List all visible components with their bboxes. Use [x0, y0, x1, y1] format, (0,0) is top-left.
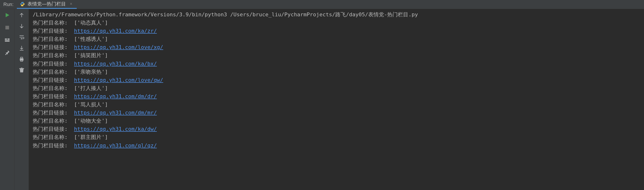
output-link[interactable]: https://qq.yh31.com/dm/dr/ — [74, 93, 157, 99]
output-link-line: 热门栏目链接: https://qq.yh31.com/ka/zr/ — [33, 27, 640, 35]
svg-rect-5 — [5, 40, 10, 41]
output-link-line: 热门栏目链接: https://qq.yh31.com/love/qw/ — [33, 76, 640, 84]
stop-icon[interactable] — [4, 24, 10, 31]
up-icon[interactable] — [18, 12, 25, 18]
svg-rect-2 — [5, 26, 9, 29]
console-output[interactable]: /Library/Frameworks/Python.framework/Ver… — [29, 9, 644, 190]
output-link[interactable]: https://qq.yh31.com/ka/dw/ — [74, 126, 157, 132]
svg-point-1 — [23, 5, 24, 6]
pin-icon[interactable] — [4, 49, 10, 56]
svg-rect-8 — [20, 60, 22, 61]
svg-rect-4 — [8, 39, 10, 40]
run-console-toolbar — [14, 9, 29, 190]
output-link-line: 热门栏目链接: https://qq.yh31.com/dm/dr/ — [33, 92, 640, 100]
output-name-line: 热门栏目名称: ['亲吻亲热'] — [33, 68, 640, 76]
output-name-line: 热门栏目名称: ['群主图片'] — [33, 133, 640, 141]
output-name-line: 热门栏目名称: ['骂人损人'] — [33, 100, 640, 109]
output-name-line: 热门栏目名称: ['动物大全'] — [33, 117, 640, 125]
output-link-line: 热门栏目链接: https://qq.yh31.com/love/xg/ — [33, 43, 640, 51]
output-link[interactable]: https://qq.yh31.com/ql/qz/ — [74, 143, 157, 149]
command-line: /Library/Frameworks/Python.framework/Ver… — [33, 10, 640, 19]
rerun-icon[interactable] — [4, 12, 10, 18]
svg-rect-10 — [21, 68, 22, 68]
output-link[interactable]: https://qq.yh31.com/love/qw/ — [74, 77, 163, 83]
svg-rect-7 — [20, 57, 22, 58]
svg-rect-3 — [5, 39, 7, 40]
run-label: Run: — [0, 2, 17, 7]
output-name-line: 热门栏目名称: ['动态真人'] — [33, 19, 640, 27]
output-link-line: 热门栏目链接: https://qq.yh31.com/ka/bx/ — [33, 60, 640, 68]
print-icon[interactable] — [18, 56, 25, 62]
trash-icon[interactable] — [18, 67, 25, 73]
run-tab[interactable]: 表情党—热门栏目 × — [17, 0, 77, 9]
run-header: Run: 表情党—热门栏目 × — [0, 0, 644, 9]
output-name-line: 热门栏目名称: ['打人揍人'] — [33, 84, 640, 92]
run-tab-title: 表情党—热门栏目 — [28, 1, 66, 7]
output-name-line: 热门栏目名称: ['性感诱人'] — [33, 35, 640, 43]
output-link[interactable]: https://qq.yh31.com/dm/mr/ — [74, 110, 157, 116]
svg-point-0 — [22, 2, 22, 3]
output-link-line: 热门栏目链接: https://qq.yh31.com/ka/dw/ — [33, 125, 640, 133]
layout-icon[interactable] — [4, 37, 10, 43]
scroll-to-end-icon[interactable] — [18, 45, 25, 51]
output-name-line: 热门栏目名称: ['搞笑图片'] — [33, 51, 640, 60]
soft-wrap-icon[interactable] — [18, 34, 25, 40]
svg-rect-9 — [19, 68, 24, 69]
python-icon — [20, 1, 25, 7]
output-link[interactable]: https://qq.yh31.com/ka/zr/ — [74, 28, 157, 34]
close-tab-button[interactable]: × — [68, 1, 74, 6]
output-link-line: 热门栏目链接: https://qq.yh31.com/ql/qz/ — [33, 142, 640, 150]
output-link[interactable]: https://qq.yh31.com/ka/bx/ — [74, 61, 157, 67]
output-link[interactable]: https://qq.yh31.com/love/xg/ — [74, 44, 163, 50]
output-link-line: 热门栏目链接: https://qq.yh31.com/dm/mr/ — [33, 109, 640, 117]
run-left-toolbar — [0, 9, 14, 190]
down-icon[interactable] — [18, 23, 25, 29]
